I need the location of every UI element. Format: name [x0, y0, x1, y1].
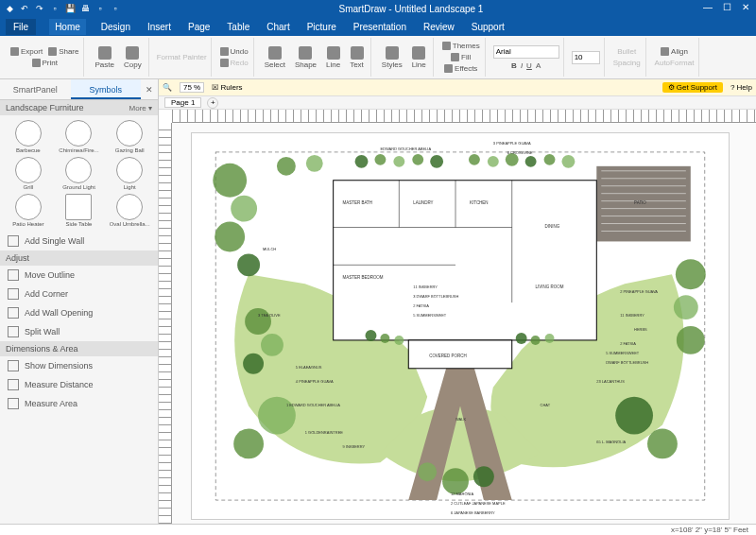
symbol-chiminea[interactable]: Chiminea/Fire... [55, 119, 104, 154]
new-icon[interactable]: ▫ [49, 3, 60, 14]
titlebar: ◆ ↶ ↷ ▫ 💾 🖶 ▫ ▫ SmartDraw - Untitled Lan… [0, 0, 756, 17]
undo-icon[interactable]: ↶ [19, 3, 30, 14]
page-tab-1[interactable]: Page 1 [164, 97, 201, 108]
symbol-oval-umbrella[interactable]: Oval Umbrella... [105, 193, 154, 228]
paste-button[interactable]: Paste [92, 45, 116, 70]
print-icon[interactable]: 🖶 [79, 3, 91, 14]
menu-chart[interactable]: Chart [265, 20, 291, 34]
landscape-drawing[interactable]: PATIO MASTER BATH LAUNDRY KITCHEN DINING [191, 132, 730, 520]
align-button[interactable]: Align [660, 46, 689, 57]
tab-symbols[interactable]: Symbols [71, 79, 142, 99]
side-tabs: SmartPanel Symbols ✕ [0, 79, 158, 100]
menu-page[interactable]: Page [186, 20, 212, 34]
cursor-coordinates: x=108' 2" y=18' 5" Feet [671, 526, 748, 534]
svg-point-38 [615, 397, 653, 435]
menu-review[interactable]: Review [421, 20, 456, 34]
more-button[interactable]: More ▾ [129, 104, 152, 112]
print-button[interactable]: Print [31, 58, 59, 68]
add-wall-opening[interactable]: Add Wall Opening [0, 303, 158, 322]
styles-button[interactable]: Styles [379, 45, 405, 70]
menu-presentation[interactable]: Presentation [352, 20, 408, 34]
save-icon[interactable]: 💾 [64, 3, 76, 14]
maximize-button[interactable]: ☐ [720, 2, 733, 15]
symbol-patio-heater[interactable]: Patio Heater [4, 193, 53, 228]
svg-text:6 JAPANESE BARBERRY: 6 JAPANESE BARBERRY [451, 510, 495, 515]
svg-text:DINING: DINING [545, 224, 560, 229]
undo-button[interactable]: Undo [219, 46, 249, 57]
file-menu[interactable]: File [6, 19, 36, 35]
svg-point-26 [213, 164, 247, 198]
share-button[interactable]: Share [47, 46, 79, 57]
minimize-button[interactable]: — [701, 2, 714, 15]
svg-text:MASTER BATH: MASTER BATH [343, 200, 372, 205]
line2-button[interactable]: Line [409, 45, 429, 70]
measure-distance[interactable]: Measure Distance [0, 375, 158, 394]
redo-icon[interactable]: ↷ [34, 3, 45, 14]
symbol-grill[interactable]: Grill [4, 156, 53, 191]
menu-design[interactable]: Design [99, 20, 132, 34]
window-title: SmartDraw - Untitled Landscape 1 [121, 4, 701, 14]
svg-point-58 [506, 153, 519, 166]
section-adjust: Adjust [0, 250, 158, 266]
effects-button[interactable]: Effects [443, 63, 478, 74]
section-dimensions: Dimensions & Area [0, 341, 158, 356]
measure-area[interactable]: Measure Area [0, 394, 158, 413]
svg-text:COVERED PORCH: COVERED PORCH [429, 354, 466, 358]
menu-insert[interactable]: Insert [146, 20, 173, 34]
svg-point-53 [393, 156, 404, 167]
add-page-button[interactable]: + [207, 97, 218, 109]
show-dimensions[interactable]: Show Dimensions [0, 356, 158, 375]
svg-point-61 [561, 155, 575, 168]
add-single-wall[interactable]: Add Single Wall [0, 232, 158, 250]
symbol-side-table[interactable]: Side Table [55, 193, 104, 228]
add-corner[interactable]: Add Corner [0, 285, 158, 303]
rulers-toggle[interactable]: ☒ Rulers [212, 83, 242, 92]
font-selector[interactable] [493, 45, 559, 59]
italic-button[interactable]: I [521, 61, 523, 70]
split-wall[interactable]: Split Wall [0, 322, 158, 341]
symbol-barbecue[interactable]: Barbecue [4, 119, 53, 154]
help-button[interactable]: ? Help [730, 83, 752, 92]
svg-text:5 SUMMERSWEET: 5 SUMMERSWEET [606, 351, 640, 355]
get-support-button[interactable]: ⚙ Get Support [662, 82, 723, 93]
close-button[interactable]: ✕ [739, 2, 752, 15]
svg-text:3 PINEAPPLE GUAVA: 3 PINEAPPLE GUAVA [493, 141, 531, 146]
zoom-level[interactable]: 75 % [180, 82, 204, 93]
menu-table[interactable]: Table [225, 20, 251, 34]
tab-smartpanel[interactable]: SmartPanel [0, 79, 71, 99]
symbol-ground-light[interactable]: Ground Light [55, 156, 104, 191]
svg-point-46 [380, 334, 389, 343]
select-button[interactable]: Select [262, 45, 288, 70]
svg-text:2 FATSIA: 2 FATSIA [620, 341, 636, 346]
themes-button[interactable]: Themes [441, 41, 481, 51]
symbol-gazing-ball[interactable]: Gazing Ball [105, 119, 154, 154]
svg-text:2 FATSIA: 2 FATSIA [413, 303, 429, 308]
bold-button[interactable]: B [511, 61, 517, 70]
menu-support[interactable]: Support [470, 20, 507, 34]
fill-button[interactable]: Fill [450, 52, 472, 62]
symbol-light[interactable]: Light [105, 156, 154, 191]
text-button[interactable]: Text [347, 45, 367, 70]
underline-button[interactable]: U [526, 61, 532, 70]
svg-point-42 [442, 468, 469, 494]
open-icon[interactable]: ▫ [94, 3, 106, 14]
font-size-selector[interactable] [572, 51, 600, 64]
svg-point-55 [430, 155, 443, 168]
workspace: SmartPanel Symbols ✕ Landscape Furniture… [0, 79, 756, 524]
font-color-button[interactable]: A [536, 61, 541, 70]
menu-picture[interactable]: Picture [305, 20, 338, 34]
copy-button[interactable]: Copy [121, 45, 145, 70]
move-outline[interactable]: Move Outline [0, 266, 158, 285]
svg-point-56 [469, 154, 480, 165]
menu-home[interactable]: Home [49, 19, 86, 35]
export-icon[interactable]: ▫ [110, 3, 121, 14]
export-button[interactable]: Export [9, 46, 43, 57]
svg-point-49 [531, 336, 541, 345]
line-button[interactable]: Line [323, 45, 343, 70]
close-panel-icon[interactable]: ✕ [141, 79, 158, 99]
menubar: File Home Design Insert Page Table Chart… [0, 17, 756, 36]
drawing-canvas[interactable]: PATIO MASTER BATH LAUNDRY KITCHEN DINING [172, 123, 756, 524]
shape-button[interactable]: Shape [292, 45, 319, 70]
search-icon[interactable]: 🔍 [163, 83, 172, 92]
ribbon: Export Share Print Paste Copy Format Pai… [0, 36, 756, 79]
